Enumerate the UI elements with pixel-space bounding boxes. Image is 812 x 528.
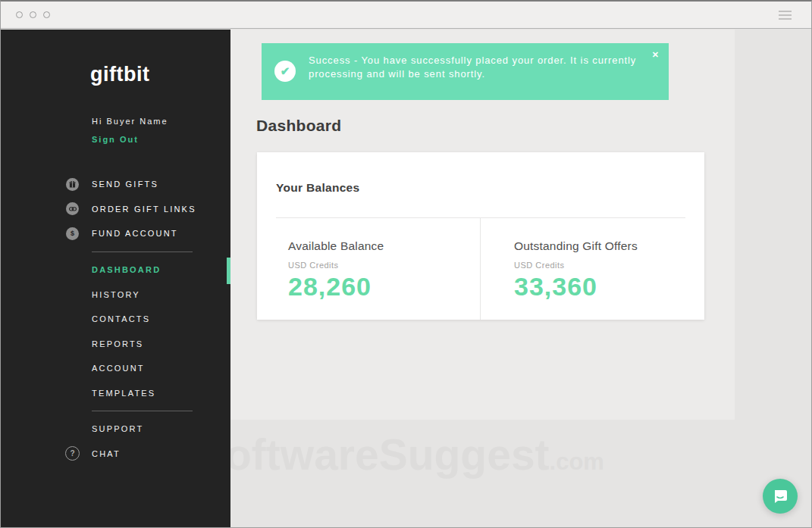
- balance-unit: USD Credits: [288, 261, 480, 270]
- sidebar-item-contacts[interactable]: CONTACTS: [1, 307, 230, 332]
- success-alert: ✔ Success - You have successfully placed…: [262, 43, 669, 100]
- sidebar-item-order-gift-links[interactable]: ORDER GIFT LINKS: [1, 197, 230, 222]
- balances-card: Your Balances Available Balance USD Cred…: [257, 152, 704, 320]
- primary-nav: SEND GIFTS ORDER GIFT LINKS $ FUND ACCOU…: [1, 172, 230, 246]
- link-icon: [66, 202, 79, 215]
- balances-row: Available Balance USD Credits 28,260 Out…: [257, 218, 704, 320]
- dollar-icon: $: [66, 227, 79, 240]
- sidebar-item-templates[interactable]: TEMPLATES: [1, 381, 230, 406]
- main-content: SoftwareSuggest.com ✔ Success - You have…: [230, 30, 811, 527]
- sidebar-item-support[interactable]: SUPPORT: [1, 417, 230, 442]
- window-control-icon[interactable]: [43, 11, 50, 18]
- sidebar-item-reports[interactable]: REPORTS: [1, 332, 230, 357]
- giftbit-logo: giftbit: [90, 63, 149, 86]
- outstanding-offers-section: Outstanding Gift Offers USD Credits 33,3…: [481, 218, 704, 320]
- sidebar-item-fund-account[interactable]: $ FUND ACCOUNT: [1, 221, 230, 246]
- hamburger-icon[interactable]: [779, 11, 792, 22]
- window-control-icon[interactable]: [30, 11, 36, 18]
- balance-value: 28,260: [288, 272, 480, 301]
- available-balance-section: Available Balance USD Credits 28,260: [257, 218, 481, 320]
- watermark: SoftwareSuggest.com: [230, 430, 604, 480]
- balance-label: Outstanding Gift Offers: [514, 239, 704, 253]
- sidebar-item-dashboard[interactable]: DASHBOARD: [1, 258, 230, 283]
- user-greeting: Hi Buyer Name: [92, 117, 168, 126]
- sidebar-item-label: ORDER GIFT LINKS: [92, 205, 196, 214]
- alert-message: Success - You have successfully placed y…: [309, 54, 637, 81]
- page-title: Dashboard: [256, 117, 341, 135]
- window-controls: [16, 11, 50, 18]
- close-icon[interactable]: ✕: [652, 50, 659, 60]
- balance-label: Available Balance: [288, 239, 480, 253]
- sign-out-link[interactable]: Sign Out: [92, 135, 139, 144]
- sidebar: giftbit Hi Buyer Name Sign Out SEND GIFT…: [1, 30, 230, 527]
- chat-launcher-button[interactable]: [763, 479, 798, 514]
- sidebar-item-label: SUPPORT: [92, 424, 143, 433]
- chat-bubble-icon: [771, 487, 789, 505]
- sidebar-item-chat[interactable]: ? CHAT: [1, 442, 230, 467]
- check-circle-icon: ✔: [274, 61, 296, 82]
- card-title: Your Balances: [276, 181, 359, 195]
- sidebar-item-label: CHAT: [92, 449, 121, 458]
- secondary-nav: DASHBOARD HISTORY CONTACTS REPORTS ACCOU…: [1, 258, 230, 405]
- sidebar-item-label: FUND ACCOUNT: [92, 229, 178, 238]
- footer-nav: SUPPORT ? CHAT: [1, 417, 230, 466]
- balance-unit: USD Credits: [514, 261, 704, 270]
- divider: [92, 411, 193, 411]
- sidebar-item-send-gifts[interactable]: SEND GIFTS: [1, 172, 230, 197]
- browser-chrome-bar: [1, 2, 811, 29]
- sidebar-item-account[interactable]: ACCOUNT: [1, 356, 230, 381]
- balance-value: 33,360: [514, 272, 704, 301]
- app-window: giftbit Hi Buyer Name Sign Out SEND GIFT…: [0, 0, 812, 528]
- sidebar-item-history[interactable]: HISTORY: [1, 283, 230, 308]
- divider: [92, 252, 193, 252]
- window-control-icon[interactable]: [16, 11, 23, 18]
- gift-icon: [66, 178, 79, 191]
- question-bubble-icon: ?: [65, 446, 80, 461]
- sidebar-item-label: SEND GIFTS: [92, 180, 158, 189]
